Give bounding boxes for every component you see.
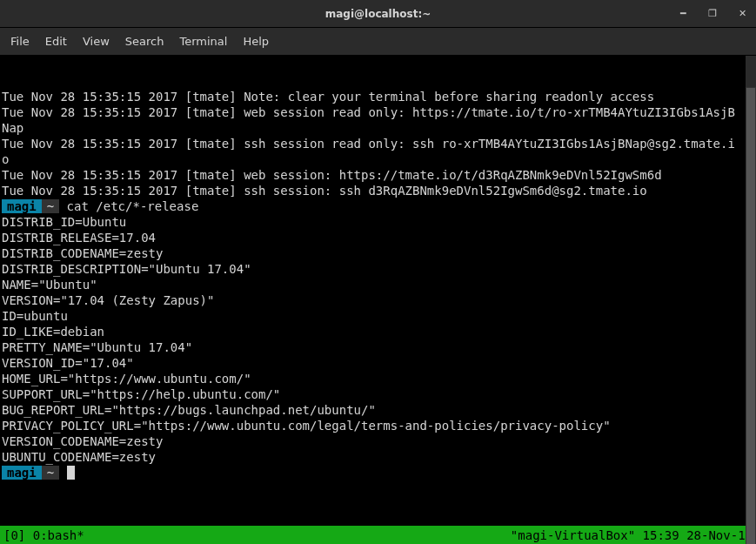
prompt-line: magi~ xyxy=(2,465,742,480)
statusbar-right: "magi-VirtualBox" 15:39 28-Nov-17 xyxy=(511,528,753,542)
minimize-button[interactable]: ━ xyxy=(674,5,692,23)
menubar: File Edit View Search Terminal Help xyxy=(0,28,756,56)
output-line: ID_LIKE=debian xyxy=(2,324,742,339)
output-line: ID=ubuntu xyxy=(2,308,742,324)
output-line: DISTRIB_DESCRIPTION="Ubuntu 17.04" xyxy=(2,261,742,277)
terminal-line: Tue Nov 28 15:35:15 2017 [tmate] web ses… xyxy=(2,104,742,136)
prompt-line: magi~ cat /etc/*-release xyxy=(2,198,742,214)
statusbar-left: [0] 0:bash* xyxy=(3,528,84,542)
window-controls: ━ ❐ ✕ xyxy=(674,0,751,27)
output-line: DISTRIB_RELEASE=17.04 xyxy=(2,230,742,245)
cursor xyxy=(67,466,75,480)
output-line: PRIVACY_POLICY_URL="https://www.ubuntu.c… xyxy=(2,418,742,433)
menu-terminal[interactable]: Terminal xyxy=(172,31,234,51)
close-button[interactable]: ✕ xyxy=(733,5,751,23)
menu-help[interactable]: Help xyxy=(236,31,276,51)
titlebar: magi@localhost:~ ━ ❐ ✕ xyxy=(0,0,756,28)
menu-search[interactable]: Search xyxy=(118,31,171,51)
prompt-user: magi xyxy=(2,199,42,213)
maximize-button[interactable]: ❐ xyxy=(704,5,721,23)
menu-view[interactable]: View xyxy=(76,31,117,51)
output-line: NAME="Ubuntu" xyxy=(2,277,742,292)
output-line: HOME_URL="https://www.ubuntu.com/" xyxy=(2,371,742,386)
output-line: SUPPORT_URL="https://help.ubuntu.com/" xyxy=(2,386,742,402)
terminal-line: Tue Nov 28 15:35:15 2017 [tmate] ssh ses… xyxy=(2,136,742,167)
output-line: VERSION="17.04 (Zesty Zapus)" xyxy=(2,292,742,308)
statusbar: [0] 0:bash* "magi-VirtualBox" 15:39 28-N… xyxy=(0,526,756,544)
terminal[interactable]: Tue Nov 28 15:35:15 2017 [tmate] Note: c… xyxy=(0,56,756,526)
output-line: PRETTY_NAME="Ubuntu 17.04" xyxy=(2,339,742,355)
menu-edit[interactable]: Edit xyxy=(38,31,74,51)
command-text: cat /etc/*-release xyxy=(67,199,199,213)
terminal-line: Tue Nov 28 15:35:15 2017 [tmate] web ses… xyxy=(2,167,742,183)
output-line: UBUNTU_CODENAME=zesty xyxy=(2,449,742,465)
terminal-line: Tue Nov 28 15:35:15 2017 [tmate] ssh ses… xyxy=(2,183,742,198)
output-line: DISTRIB_ID=Ubuntu xyxy=(2,214,742,230)
output-line: BUG_REPORT_URL="https://bugs.launchpad.n… xyxy=(2,402,742,418)
terminal-line: Tue Nov 28 15:35:15 2017 [tmate] Note: c… xyxy=(2,89,742,104)
output-line: VERSION_CODENAME=zesty xyxy=(2,433,742,449)
output-line: VERSION_ID="17.04" xyxy=(2,355,742,371)
prompt-user: magi xyxy=(2,466,42,480)
prompt-path: ~ xyxy=(42,466,59,480)
scrollbar[interactable] xyxy=(746,56,756,526)
prompt-path: ~ xyxy=(42,199,59,213)
terminal-content: Tue Nov 28 15:35:15 2017 [tmate] Note: c… xyxy=(2,89,742,480)
window-title: magi@localhost:~ xyxy=(325,8,432,20)
scrollbar-thumb[interactable] xyxy=(746,87,756,544)
menu-file[interactable]: File xyxy=(3,31,37,51)
output-line: DISTRIB_CODENAME=zesty xyxy=(2,245,742,261)
